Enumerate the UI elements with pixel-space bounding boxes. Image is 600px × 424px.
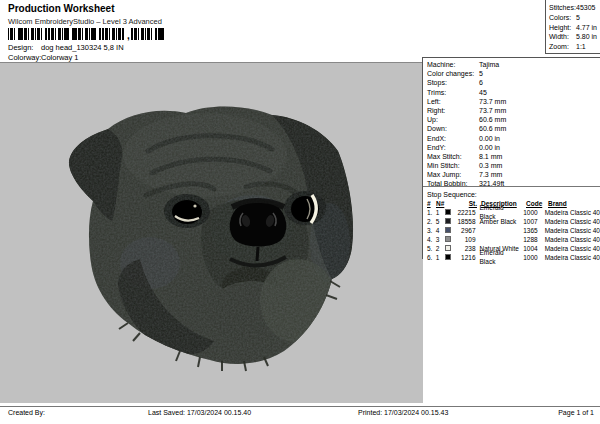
table-row: 6. 1 1216 Emerald Black 1000 Madeira Cla… <box>427 253 600 262</box>
thread-color-swatch <box>445 236 451 242</box>
thread-color-swatch <box>445 254 451 260</box>
thread-brand: Madeira Classic 40 <box>542 235 600 244</box>
stitch-count: 238 <box>456 244 475 253</box>
machine-info-row: Trims: 45 <box>427 88 600 97</box>
design-summary-box: Stitches: 45305 Colors: 5 Height: 4.77 i… <box>545 0 600 54</box>
machine-info-row: Min Stitch: 0.3 mm <box>427 161 600 170</box>
col-header-code: Code <box>524 199 545 208</box>
machine-info-label: Up: <box>427 115 479 124</box>
summary-row: Colors: 5 <box>549 13 600 23</box>
machine-info-label: Stops: <box>427 78 479 87</box>
summary-label: Colors: <box>549 13 576 23</box>
col-header-num: # <box>427 199 436 208</box>
thread-code: 1288 <box>521 235 541 244</box>
software-subtitle: Wilcom EmbroideryStudio – Level 3 Advanc… <box>8 17 162 26</box>
machine-info-row: EndX: 0.00 in <box>427 134 600 143</box>
machine-info-value: 0.3 mm <box>479 161 502 170</box>
machine-info-row: EndY: 0.00 in <box>427 143 600 152</box>
design-value: dog head_130324 5,8 IN <box>41 43 124 52</box>
thread-description: Amber Black <box>476 217 522 226</box>
colorway-row: Colorway: Colorway 1 <box>8 53 79 62</box>
machine-info-label: Total Bobbin: <box>427 179 479 188</box>
stop-number: 1. <box>427 208 436 217</box>
col-header-needle: N# <box>436 199 446 208</box>
needle-number: 1 <box>436 208 446 217</box>
thread-brand: Madeira Classic 40 <box>542 244 600 253</box>
production-worksheet-page: Production Worksheet Wilcom EmbroiderySt… <box>0 0 600 424</box>
summary-row: Height: 4.77 in <box>549 23 600 33</box>
summary-label: Height: <box>549 23 576 33</box>
machine-info-value: 8.1 mm <box>479 152 502 161</box>
machine-info-row: Up: 60.6 mm <box>427 115 600 124</box>
machine-info-label: Max Jump: <box>427 170 479 179</box>
machine-info-value: 7.3 mm <box>479 170 502 179</box>
page-number: Page 1 of 1 <box>558 409 594 416</box>
machine-info-value: 6 <box>479 78 483 87</box>
footer-divider <box>0 406 600 407</box>
stop-sequence-title: Stop Sequence: <box>427 191 600 198</box>
left-eye <box>172 200 202 224</box>
needle-number: 4 <box>436 226 446 235</box>
thread-brand: Madeira Classic 40 <box>542 226 600 235</box>
thread-brand: Madeira Classic 40 <box>542 217 600 226</box>
barcode-segment <box>131 28 167 40</box>
machine-info-value: 60.6 mm <box>479 115 506 124</box>
machine-info-value: 321.49ft <box>479 179 504 188</box>
machine-info-label: Min Stitch: <box>427 161 479 170</box>
created-by-label: Created By: <box>8 409 45 416</box>
machine-info-row: Right: 73.7 mm <box>427 106 600 115</box>
stop-sequence-divider <box>423 186 600 187</box>
machine-info-list: Machine: Tajima Color changes: 5 Stops: … <box>427 60 600 189</box>
needle-number: 3 <box>436 235 446 244</box>
machine-info-panel: Machine: Tajima Color changes: 5 Stops: … <box>422 57 600 259</box>
design-name-row: Design: dog head_130324 5,8 IN <box>8 43 124 52</box>
design-preview-area <box>0 62 423 403</box>
machine-info-label: EndX: <box>427 134 479 143</box>
machine-info-row: Machine: Tajima <box>427 60 600 69</box>
stop-number: 6. <box>427 253 436 262</box>
stop-number: 4. <box>427 235 436 244</box>
table-row: 4. 3 109 1288 Madeira Classic 40 <box>427 235 600 244</box>
machine-info-row: Color changes: 5 <box>427 69 600 78</box>
stitch-count: 18558 <box>456 217 475 226</box>
machine-info-label: Machine: <box>427 60 479 69</box>
col-header-brand: Brand <box>545 199 600 208</box>
design-label: Design: <box>8 43 41 52</box>
printed-text: Printed: 17/03/2024 00.15.43 <box>358 409 448 416</box>
table-row: 3. 4 2967 1365 Madeira Classic 40 <box>427 226 600 235</box>
machine-info-label: Color changes: <box>427 69 479 78</box>
thread-brand: Madeira Classic 40 <box>542 253 600 262</box>
stop-number: 3. <box>427 226 436 235</box>
thread-code: 1007 <box>521 217 541 226</box>
thread-code: 1004 <box>521 244 541 253</box>
thread-color-swatch <box>445 218 451 224</box>
stitch-count: 1216 <box>456 253 475 262</box>
needle-number: 5 <box>436 217 446 226</box>
machine-info-value: 0.00 in <box>479 143 500 152</box>
thread-description: Emerald Black <box>476 248 522 266</box>
machine-info-row: Max Jump: 7.3 mm <box>427 170 600 179</box>
machine-info-label: Right: <box>427 106 479 115</box>
machine-info-row: Max Stitch: 8.1 mm <box>427 152 600 161</box>
machine-info-label: Down: <box>427 124 479 133</box>
summary-value: 4.77 in <box>576 23 597 33</box>
needle-number: 1 <box>436 253 446 262</box>
barcode-segment <box>8 28 126 40</box>
machine-info-label: EndY: <box>427 143 479 152</box>
thread-code: 1365 <box>521 226 541 235</box>
summary-row: Zoom: 1:1 <box>549 42 600 52</box>
summary-label: Zoom: <box>549 42 576 52</box>
stitch-count: 22215 <box>456 208 475 217</box>
machine-info-value: 45 <box>479 88 487 97</box>
thread-brand: Madeira Classic 40 <box>542 208 600 217</box>
machine-info-row: Stops: 6 <box>427 78 600 87</box>
stitch-count: 2967 <box>456 226 475 235</box>
col-header-stitches: St. <box>457 199 477 208</box>
machine-info-row: Left: 73.7 mm <box>427 97 600 106</box>
table-row: 2. 5 18558 Amber Black 1007 Madeira Clas… <box>427 217 600 226</box>
stitch-count: 109 <box>456 235 475 244</box>
thread-code: 1000 <box>521 253 541 262</box>
pug-head-embroidery-graphic <box>0 63 423 404</box>
machine-info-value: 73.7 mm <box>479 106 506 115</box>
summary-row: Stitches: 45305 <box>549 3 600 13</box>
